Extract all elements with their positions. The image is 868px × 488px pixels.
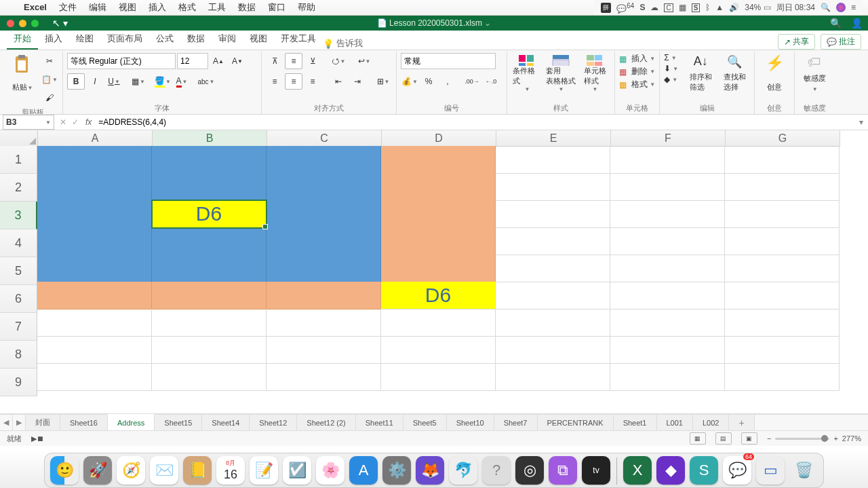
row-header-3[interactable]: 3 [0,202,37,229]
tell-me[interactable]: 💡告诉我 [323,37,363,50]
dock-vm[interactable]: ▭ [756,456,785,485]
fx-icon[interactable]: fx [81,117,96,127]
sheet-tab[interactable]: Sheet7 [494,415,538,430]
s2-icon[interactable]: S [692,3,701,12]
comments-button[interactable]: 💬批注 [821,34,861,50]
delete-cells-button[interactable]: ▦ 删除▼ [619,66,655,77]
apple-menu[interactable] [5,0,18,15]
decrease-indent-button[interactable]: ⇤ [330,73,347,90]
expand-formula-button[interactable]: ▾ [854,117,868,127]
zoom-in-button[interactable]: + [833,434,837,443]
format-painter-button[interactable]: 🖌 [41,90,58,106]
italic-button[interactable]: I [86,73,104,90]
sheet-tab[interactable]: Sheet12 [250,415,297,430]
align-bottom-button[interactable]: ⊻ [304,53,321,69]
menu-data[interactable]: 数据 [232,0,262,15]
menu-file[interactable]: 文件 [53,0,83,15]
dock-reminders[interactable]: ☑️ [283,456,311,485]
ideas-button[interactable]: ⚡创意 [759,53,790,94]
volume-icon[interactable]: 🔊 [729,3,739,12]
zoom-control[interactable]: − + 277% [767,434,861,443]
c-icon[interactable]: C [664,3,673,12]
row-header-8[interactable]: 8 [0,341,37,369]
formula-input[interactable] [96,115,854,129]
menu-view[interactable]: 视图 [113,0,142,15]
dock-obs[interactable]: ◎ [515,456,544,485]
dock-snagit[interactable]: S [690,456,718,485]
sheet-tab[interactable]: Sheet11 [356,415,403,430]
tab-view[interactable]: 视图 [243,29,274,50]
col-header-e[interactable]: E [496,130,611,147]
sheet-tab[interactable]: Sheet10 [447,415,494,430]
share-button[interactable]: ↗共享 [778,34,815,50]
insert-cells-button[interactable]: ▦ 插入▼ [619,53,655,64]
wifi-icon[interactable]: ▲ [715,3,724,12]
dock-podcasts[interactable]: ⧉ [549,456,577,485]
percent-button[interactable]: % [420,73,437,90]
border-button[interactable]: ▦▼ [130,73,147,90]
minimize-window-button[interactable] [19,20,26,27]
menu-window[interactable]: 窗口 [262,0,292,15]
cells-area[interactable]: D6 D6 [37,146,840,390]
menu-edit[interactable]: 编辑 [83,0,113,15]
tab-data[interactable]: 数据 [180,29,212,50]
cell-b3[interactable]: D6 [152,200,267,228]
col-header-g[interactable]: G [726,130,840,147]
cut-button[interactable]: ✂ [41,53,58,69]
zoom-window-button[interactable] [31,20,39,27]
tab-draw[interactable]: 绘图 [69,29,100,50]
sheet-tab[interactable]: L001 [657,415,693,430]
phonetic-button[interactable]: abc▼ [197,73,215,90]
sheet-tab[interactable]: Sheet5 [403,415,447,430]
dock-calendar[interactable]: 8月16 [216,456,245,485]
merge-button[interactable]: ⊞▼ [374,73,392,90]
paste-button[interactable]: 粘贴▼ [7,53,38,94]
font-size-combo[interactable] [177,53,208,69]
tab-layout[interactable]: 页面布局 [100,29,149,50]
dock-launchpad[interactable]: 🚀 [83,456,112,485]
cloud-icon[interactable]: ☁ [650,3,658,12]
dock-wondershare[interactable]: ◆ [656,456,685,485]
increase-font-button[interactable]: A▲ [210,53,227,69]
sheet-tab[interactable]: 封面 [26,415,60,430]
grid-icon[interactable]: ▦ [679,3,686,12]
macro-icon[interactable]: ▶⏹ [31,434,44,443]
clock[interactable]: 周日 08:34 [776,2,815,14]
sheet-tab[interactable]: Sheet12 (2) [297,415,355,430]
cell-styles-button[interactable]: 单元格 样式▼ [579,53,610,94]
spreadsheet-grid[interactable]: A B C D E F G 1 2 3 4 5 6 7 8 9 D6 D6 [0,130,868,414]
view-pagelayout-button[interactable]: ▤ [715,432,732,445]
close-window-button[interactable] [7,20,14,27]
menu-insert[interactable]: 插入 [142,0,172,15]
s-icon[interactable]: S [639,3,645,12]
bold-button[interactable]: B [67,73,85,90]
zoom-level[interactable]: 277% [842,434,861,443]
dock-contacts[interactable]: 📒 [183,456,212,485]
tab-developer[interactable]: 开发工具 [274,29,323,50]
row-header-9[interactable]: 9 [0,369,37,396]
tab-home[interactable]: 开始 [7,29,38,50]
spotlight-icon[interactable]: 🔍 [821,3,831,12]
sheet-tab[interactable]: PERCENTRANK [538,415,614,430]
siri-icon[interactable] [836,3,846,12]
select-all-corner[interactable] [0,130,38,147]
dock-mail[interactable]: ✉️ [150,456,178,485]
col-header-b[interactable]: B [153,130,267,147]
zoom-slider[interactable] [775,438,829,440]
battery-level[interactable]: 34% ▭ [745,3,770,12]
menu-format[interactable]: 格式 [172,0,202,15]
zoom-out-button[interactable]: − [767,434,771,443]
underline-button[interactable]: U▼ [105,73,123,90]
col-header-c[interactable]: C [267,130,382,147]
align-left-button[interactable]: ≡ [266,73,283,90]
view-pagebreak-button[interactable]: ▣ [741,432,757,445]
row-header-1[interactable]: 1 [0,146,37,174]
autosum-button[interactable]: Σ▼ [664,53,678,62]
input-method-icon[interactable]: 拼 [601,3,611,13]
search-icon[interactable]: 🔍 [830,18,842,29]
sheet-nav-next[interactable]: ▶ [13,415,26,430]
font-name-combo[interactable] [67,53,176,69]
row-header-6[interactable]: 6 [0,285,37,313]
dock-notes[interactable]: 📝 [250,456,278,485]
fill-color-button[interactable]: 🪣▼ [154,73,172,90]
